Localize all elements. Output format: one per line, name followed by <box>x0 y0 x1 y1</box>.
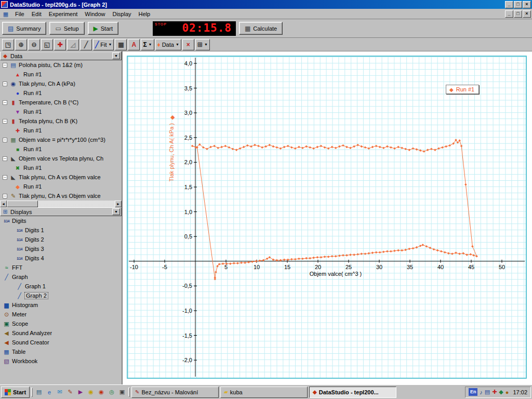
display-item[interactable]: 3.14Digits 4 <box>0 254 122 263</box>
menu-help[interactable]: Help <box>135 10 154 18</box>
run-item[interactable]: ▲Run #1 <box>0 70 122 79</box>
data-source-item[interactable]: −◣Objem valce vs Teplota plynu, Ch <box>0 154 122 163</box>
data-source-item[interactable]: −◉Tlak plynu, Ch A (kPa) <box>0 79 122 88</box>
child-close-button[interactable]: × <box>523 10 531 18</box>
display-type-item[interactable]: ◀Sound Creator <box>0 338 122 347</box>
calculator-tool-button[interactable]: ▦ <box>115 39 127 50</box>
run-item[interactable]: ✚Run #1 <box>0 126 122 135</box>
display-item[interactable]: 3.14Digits 2 <box>0 235 122 244</box>
menu-edit[interactable]: Edit <box>28 10 45 18</box>
browser-icon[interactable]: ◎ <box>107 388 116 397</box>
start-button[interactable]: Start <box>1 387 30 398</box>
display-item[interactable]: 3.14Digits 3 <box>0 244 122 254</box>
mail-icon[interactable]: ▣ <box>117 388 127 397</box>
data-source-item[interactable]: −▦Objem valce = pi*r*r*y*100 (cm^3) <box>0 135 122 144</box>
setup-button[interactable]: ▭ Setup <box>49 22 84 35</box>
plot-region[interactable]: -10-551015202530354045504,03,53,02,52,01… <box>127 56 527 379</box>
data-source-item[interactable]: −✎Tlak plynu, Ch A vs Objem valce <box>0 191 122 201</box>
expand-collapse-icon[interactable]: − <box>3 156 7 161</box>
note-tool-button[interactable]: ╱ <box>80 39 92 50</box>
scroll-left-button[interactable]: ◄ <box>0 201 7 207</box>
run-item[interactable]: ●Run #1 <box>0 88 122 98</box>
show-desktop-icon[interactable]: ▤ <box>34 388 44 397</box>
antivirus-icon[interactable]: ✚ <box>492 389 497 395</box>
display-type-item[interactable]: ≈FFT <box>0 263 122 272</box>
data-source-item[interactable]: −▮Teplota plynu, Ch B (K) <box>0 116 122 126</box>
winamp-icon[interactable]: ◉ <box>86 388 96 397</box>
display-type-item[interactable]: ⊙Meter <box>0 310 122 319</box>
statistics-menu-button[interactable]: Σ▼ <box>141 39 154 50</box>
calculate-button[interactable]: ▦ Calculate <box>239 22 283 35</box>
titlebar[interactable]: DataStudio - tepl200g.ds - [Graph 2] _ □… <box>0 0 532 9</box>
display-item[interactable]: ╱Graph 2 <box>0 291 122 300</box>
run-item[interactable]: ◆Run #1 <box>0 182 122 191</box>
summary-button[interactable]: ▤ Summary <box>2 22 46 35</box>
display-item[interactable]: 3.14Digits 1 <box>0 225 122 235</box>
data-panel-menu-button[interactable]: ▼ <box>112 52 120 59</box>
minimize-button[interactable]: _ <box>505 1 513 8</box>
run-item[interactable]: ■Run #1 <box>0 144 122 154</box>
expand-collapse-icon[interactable]: − <box>3 82 7 86</box>
menu-display[interactable]: Display <box>109 10 135 18</box>
settings-menu-button[interactable]: ⊞▼ <box>195 39 210 50</box>
display-type-item[interactable]: ▆Histogram <box>0 300 122 310</box>
scheduler-icon[interactable]: ◆ <box>499 389 503 395</box>
data-panel-hscrollbar[interactable]: ◄ ► <box>0 201 122 207</box>
legend[interactable]: ◆ Run #1 <box>446 85 479 94</box>
child-restore-button[interactable]: □ <box>514 10 522 18</box>
zoom-out-button[interactable]: ⊖ <box>28 39 40 50</box>
smart-tool-button[interactable]: ✚ <box>54 39 66 50</box>
menu-window[interactable]: Window <box>81 10 109 18</box>
start-button-toolbar[interactable]: ▶ Start <box>88 22 118 35</box>
scrollbar-thumb[interactable] <box>7 201 38 207</box>
expand-collapse-icon[interactable]: − <box>3 100 7 105</box>
zoom-select-button[interactable]: ◱ <box>41 39 53 50</box>
paint-icon[interactable]: ✎ <box>65 388 75 397</box>
fit-menu-button[interactable]: ╱Fit▼ <box>93 39 114 50</box>
volume-icon[interactable]: ♪ <box>480 389 483 395</box>
task-button[interactable]: ◆DataStudio - tepl200... <box>309 387 396 398</box>
zoom-in-button[interactable]: ⊕ <box>15 39 27 50</box>
run-item[interactable]: ✖Run #1 <box>0 163 122 172</box>
scale-to-fit-button[interactable]: ◳ <box>2 39 14 50</box>
outlook-express-icon[interactable]: ✉ <box>55 388 64 397</box>
task-button[interactable]: ✎Bez_názvu - Malování <box>131 387 219 398</box>
updater-icon[interactable]: ● <box>506 389 509 395</box>
display-type-item[interactable]: ▣Scope <box>0 319 122 328</box>
data-menu-button[interactable]: ♦Data▼ <box>155 39 181 50</box>
display-item[interactable]: ╱Graph 1 <box>0 282 122 291</box>
media-player-icon[interactable]: ▶ <box>76 388 85 397</box>
display-type-item[interactable]: 3.14Digits <box>0 216 122 225</box>
run-item[interactable]: ▼Run #1 <box>0 107 122 116</box>
display-type-item[interactable]: ◀Sound Analyzer <box>0 328 122 338</box>
scroll-right-button[interactable]: ► <box>115 201 122 207</box>
displays-panel-menu-button[interactable]: ▼ <box>112 208 120 215</box>
expand-collapse-icon[interactable]: − <box>3 194 7 198</box>
remove-button[interactable]: × <box>182 39 194 50</box>
data-source-item[interactable]: −▤Poloha pistu, Ch 1&2 (m) <box>0 60 122 70</box>
slope-tool-button[interactable]: ◿ <box>67 39 79 50</box>
display-settings-icon[interactable]: ▤ <box>485 389 490 395</box>
close-button[interactable]: × <box>523 1 531 8</box>
expand-collapse-icon[interactable]: − <box>3 119 7 124</box>
menu-file[interactable]: File <box>11 10 28 18</box>
display-type-item[interactable]: ╱Graph <box>0 272 122 282</box>
language-indicator[interactable]: En <box>469 388 477 396</box>
expand-collapse-icon[interactable]: − <box>3 175 7 180</box>
displays-panel-header[interactable]: ⊞ Displays ▼ <box>0 207 122 216</box>
scrollbar-track[interactable] <box>7 201 115 207</box>
text-tool-button[interactable]: A <box>128 39 140 50</box>
expand-collapse-icon[interactable]: − <box>3 63 7 68</box>
display-type-item[interactable]: ▧Workbook <box>0 356 122 366</box>
task-button[interactable]: ▰kuba <box>220 387 308 398</box>
display-type-item[interactable]: ▦Table <box>0 347 122 356</box>
menu-experiment[interactable]: Experiment <box>45 10 82 18</box>
data-source-item[interactable]: −▮Temperature, Ch B (°C) <box>0 98 122 107</box>
expand-collapse-icon[interactable]: − <box>3 138 7 142</box>
internet-explorer-icon[interactable]: e <box>45 388 54 397</box>
data-panel-header[interactable]: ◆ Data ▼ <box>0 51 122 60</box>
restore-button[interactable]: □ <box>514 1 522 8</box>
data-source-item[interactable]: −◣Tlak plynu, Ch A vs Objem valce <box>0 172 122 182</box>
child-minimize-button[interactable]: _ <box>505 10 513 18</box>
realplayer-icon[interactable]: ◉ <box>97 388 106 397</box>
